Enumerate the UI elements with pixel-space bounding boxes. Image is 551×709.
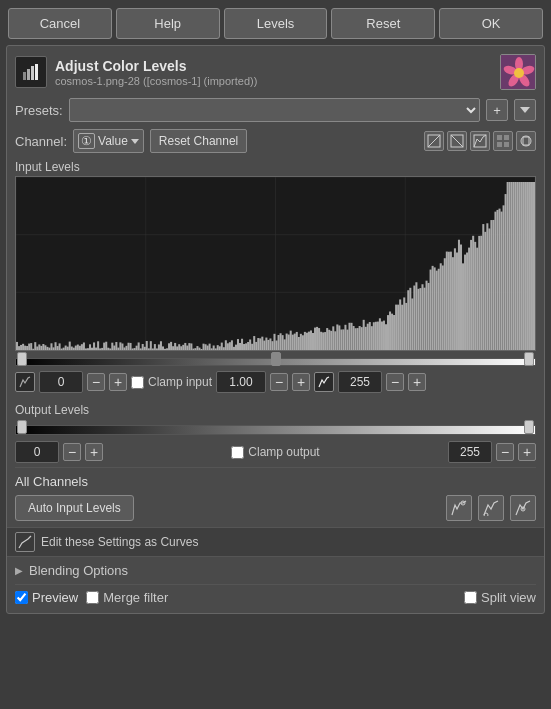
split-checkbox[interactable] <box>464 591 477 604</box>
input-low-minus[interactable]: − <box>87 373 105 391</box>
preview-check[interactable]: Preview <box>15 590 78 605</box>
merge-label: Merge filter <box>103 590 168 605</box>
svg-rect-3 <box>35 64 38 80</box>
reset-button[interactable]: Reset <box>331 8 435 39</box>
split-label: Split view <box>481 590 536 605</box>
channel-icon: ① <box>78 133 95 149</box>
preview-checkbox[interactable] <box>15 591 28 604</box>
input-low-value[interactable] <box>39 371 83 393</box>
svg-marker-4 <box>520 107 530 113</box>
presets-label: Presets: <box>15 103 63 118</box>
curves-label: Edit these Settings as Curves <box>41 535 198 549</box>
split-check[interactable]: Split view <box>464 590 536 605</box>
channel-icon-2[interactable] <box>447 131 467 151</box>
input-high-handle[interactable] <box>524 352 534 366</box>
input-high-icon <box>314 372 334 392</box>
input-high-value[interactable] <box>338 371 382 393</box>
clamp-output-checkbox[interactable] <box>231 446 244 459</box>
merge-checkbox[interactable] <box>86 591 99 604</box>
svg-rect-11 <box>497 135 502 140</box>
auto-row: Auto Input Levels <box>7 493 544 527</box>
output-levels-label: Output Levels <box>7 397 544 419</box>
svg-marker-5 <box>131 139 139 144</box>
input-low-plus[interactable]: + <box>109 373 127 391</box>
auto-icon-1[interactable] <box>446 495 472 521</box>
auto-icon-2[interactable] <box>478 495 504 521</box>
input-slider-track[interactable] <box>15 351 536 367</box>
blending-row[interactable]: ▶ Blending Options <box>7 557 544 584</box>
channel-icon-3[interactable] <box>470 131 490 151</box>
output-high-handle[interactable] <box>524 420 534 434</box>
auto-input-levels-button[interactable]: Auto Input Levels <box>15 495 134 521</box>
add-preset-button[interactable]: + <box>486 99 508 121</box>
levels-button[interactable]: Levels <box>224 8 328 39</box>
clamp-output-label[interactable]: Clamp output <box>231 445 319 459</box>
input-high-minus[interactable]: − <box>386 373 404 391</box>
preset-options-button[interactable] <box>514 99 536 121</box>
blending-triangle-icon: ▶ <box>15 565 23 576</box>
reset-channel-button[interactable]: Reset Channel <box>150 129 247 153</box>
input-low-handle[interactable] <box>17 352 27 366</box>
all-channels-label: All Channels <box>7 468 544 493</box>
output-low-value[interactable] <box>15 441 59 463</box>
output-slider-track[interactable] <box>15 419 536 437</box>
image-thumbnail <box>500 54 536 90</box>
svg-rect-16 <box>523 137 529 145</box>
bottom-row: Preview Merge filter Split view <box>7 585 544 613</box>
output-low-minus[interactable]: − <box>63 443 81 461</box>
channel-select[interactable]: ① Value <box>73 129 144 153</box>
svg-rect-13 <box>497 142 502 147</box>
input-levels-label: Input Levels <box>7 156 544 176</box>
input-high-plus[interactable]: + <box>408 373 426 391</box>
input-mid-plus[interactable]: + <box>292 373 310 391</box>
output-low-handle[interactable] <box>17 420 27 434</box>
input-controls-row: − + Clamp input − + − + <box>7 367 544 397</box>
svg-line-9 <box>451 135 463 147</box>
curves-row[interactable]: Edit these Settings as Curves <box>7 527 544 557</box>
blending-label: Blending Options <box>29 563 128 578</box>
output-controls-row: − + Clamp output − + <box>7 437 544 467</box>
ok-button[interactable]: OK <box>439 8 543 39</box>
input-mid-handle[interactable] <box>271 352 281 366</box>
input-mid-minus[interactable]: − <box>270 373 288 391</box>
output-high-value[interactable] <box>448 441 492 463</box>
channel-icon-1[interactable] <box>424 131 444 151</box>
help-button[interactable]: Help <box>116 8 220 39</box>
merge-check[interactable]: Merge filter <box>86 590 168 605</box>
preview-label: Preview <box>32 590 78 605</box>
clamp-input-checkbox[interactable] <box>131 376 144 389</box>
input-mid-value[interactable] <box>216 371 266 393</box>
output-high-plus[interactable]: + <box>518 443 536 461</box>
presets-select[interactable] <box>69 98 480 122</box>
input-low-icon <box>15 372 35 392</box>
curves-icon <box>15 532 35 552</box>
clamp-input-label[interactable]: Clamp input <box>131 375 212 389</box>
svg-rect-14 <box>504 142 509 147</box>
cancel-button[interactable]: Cancel <box>8 8 112 39</box>
output-high-minus[interactable]: − <box>496 443 514 461</box>
svg-rect-12 <box>504 135 509 140</box>
dialog-subtitle: cosmos-1.png-28 ([cosmos-1] (imported)) <box>55 75 492 87</box>
channel-label: Channel: <box>15 134 67 149</box>
channel-icon-4[interactable] <box>493 131 513 151</box>
svg-rect-1 <box>27 69 30 80</box>
output-low-plus[interactable]: + <box>85 443 103 461</box>
dialog-icon <box>15 56 47 88</box>
svg-rect-2 <box>31 66 34 80</box>
histogram <box>15 176 536 351</box>
dialog-title: Adjust Color Levels <box>55 58 492 74</box>
channel-icon-5[interactable] <box>516 131 536 151</box>
svg-rect-0 <box>23 72 26 80</box>
channel-value: Value <box>98 134 128 148</box>
svg-line-7 <box>428 135 440 147</box>
auto-icon-3[interactable] <box>510 495 536 521</box>
dialog-title-block: Adjust Color Levels cosmos-1.png-28 ([co… <box>55 58 492 87</box>
